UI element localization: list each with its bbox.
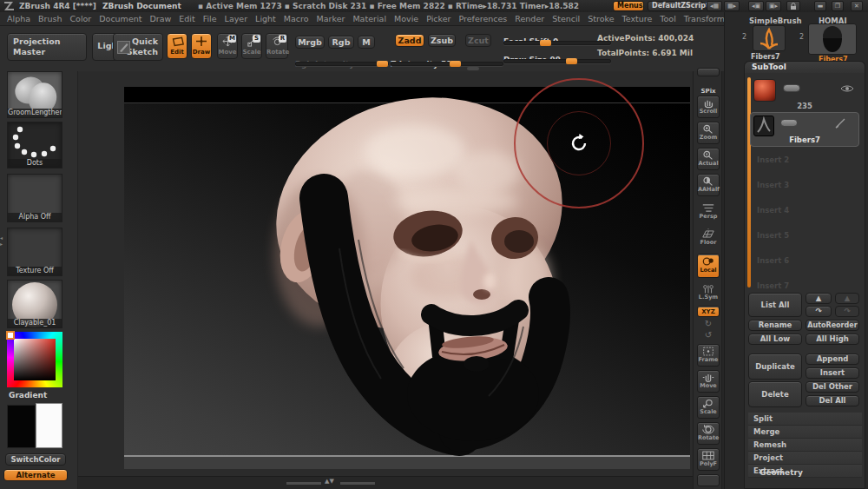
subtool-toggle-pill[interactable] — [783, 84, 800, 92]
lock-icon[interactable] — [786, 1, 800, 11]
store-config-left-icon[interactable]: ◂▣ — [748, 1, 764, 11]
menu-macro[interactable]: Macro — [284, 14, 309, 23]
aahalf-button[interactable]: AAHalf — [697, 174, 720, 196]
z-intensity-slider[interactable]: Z Intensity 51 — [391, 54, 503, 66]
saturation-value-square[interactable] — [14, 339, 56, 380]
canvas-area[interactable]: ▲▼ — [78, 71, 693, 489]
shelf-divider-handle[interactable] — [467, 67, 479, 70]
focal-shift-slider[interactable]: Focal Shift 0 — [503, 31, 611, 45]
persp-button[interactable]: Persp — [697, 202, 720, 224]
menu-document[interactable]: Document — [99, 14, 141, 23]
current-material-thumbnail[interactable]: Clayable_01 — [7, 280, 62, 328]
default-zscript-button[interactable]: DefaultZScript — [648, 1, 703, 11]
partial-top-button[interactable] — [697, 68, 720, 76]
scale-button[interactable]: S Scale — [241, 33, 262, 59]
polyf-button[interactable]: PolyF — [697, 448, 720, 471]
document[interactable] — [124, 87, 690, 469]
subtool-move-dim-button[interactable]: ↷ — [835, 306, 859, 317]
subtool-toggle-pill2[interactable] — [780, 119, 798, 127]
draw-button[interactable]: Draw — [191, 33, 212, 59]
menu-material[interactable]: Material — [352, 14, 386, 23]
main-color-swatch[interactable] — [7, 405, 36, 448]
menu-brush[interactable]: Brush — [38, 14, 62, 23]
move-button[interactable]: M Move — [217, 33, 238, 59]
left-tray-divider[interactable]: ◂▸ — [0, 235, 6, 247]
current-texture-thumbnail[interactable]: Texture Off — [7, 228, 62, 276]
insert-button[interactable]: Insert — [806, 367, 859, 379]
menu-stencil[interactable]: Stencil — [552, 14, 580, 23]
partial-bottom-button[interactable] — [697, 474, 720, 486]
projection-master-button[interactable]: Projection Master — [7, 33, 87, 61]
rotate-button[interactable]: R Rotate — [266, 33, 288, 59]
switch-color-button[interactable]: SwitchColor — [5, 453, 66, 466]
autoreorder-button[interactable]: AutoReorder — [806, 320, 859, 331]
gradient-label[interactable]: Gradient — [9, 391, 47, 400]
rgb-button[interactable]: Rgb — [328, 36, 354, 49]
project-section[interactable]: Project — [748, 452, 862, 465]
restore-icon[interactable]: ❐ — [832, 1, 844, 11]
quick-tool-thumbnail[interactable] — [808, 23, 857, 55]
zadd-button[interactable]: Zadd — [395, 34, 424, 47]
current-color-swatch[interactable] — [6, 331, 15, 340]
move-3d-button[interactable]: Move — [697, 370, 720, 393]
alternate-button[interactable]: Alternate — [3, 469, 68, 481]
menu-texture[interactable]: Texture — [622, 14, 653, 23]
eye-icon[interactable] — [840, 84, 854, 93]
menu-layer[interactable]: Layer — [225, 14, 248, 23]
list-all-button[interactable]: List All — [748, 293, 802, 317]
duplicate-button[interactable]: Duplicate — [748, 354, 802, 380]
zoom-button[interactable]: Zoom — [697, 122, 720, 144]
delete-button[interactable]: Delete — [748, 381, 802, 407]
zcut-button[interactable]: Zcut — [465, 34, 491, 47]
focal-shift-handle[interactable] — [540, 40, 551, 46]
del-all-button[interactable]: Del All — [806, 395, 859, 406]
m-button[interactable]: M — [358, 36, 375, 49]
menu-draw[interactable]: Draw — [149, 14, 171, 23]
all-high-button[interactable]: All High — [806, 334, 859, 345]
mrgb-button[interactable]: Mrgb — [295, 36, 325, 49]
rgb-intensity-slider[interactable]: Rgb Intensity — [295, 54, 389, 66]
scale-3d-button[interactable]: Scale — [697, 396, 720, 419]
draw-size-handle[interactable] — [566, 58, 577, 64]
rotate-cw-button[interactable]: ↻ — [697, 319, 720, 328]
menu-transform[interactable]: Transform — [684, 14, 725, 23]
local-button[interactable]: Local — [697, 254, 720, 278]
remesh-section[interactable]: Remesh — [748, 439, 862, 452]
store-config-right-icon[interactable]: ▣▸ — [766, 1, 781, 11]
minimize-icon[interactable]: ▬ — [814, 1, 826, 11]
all-low-button[interactable]: All Low — [748, 334, 802, 345]
current-stroke-thumbnail[interactable]: Dots — [7, 122, 62, 169]
subtool-up-button[interactable]: ▲ — [806, 293, 832, 304]
xyz-button[interactable]: XYZ — [697, 306, 720, 317]
quick-brush-thumbnail[interactable] — [753, 25, 786, 51]
menu-preferences[interactable]: Preferences — [458, 14, 507, 23]
menu-render[interactable]: Render — [515, 14, 544, 23]
floor-button[interactable]: Floor — [697, 228, 720, 250]
lsym-button[interactable]: L.Sym — [697, 283, 720, 304]
quick-sketch-button[interactable]: Quick Sketch — [113, 33, 163, 61]
menu-light[interactable]: Light — [255, 14, 276, 23]
ui-config-right-icon[interactable]: ▦▸ — [724, 1, 740, 11]
frame-button[interactable]: Frame — [697, 344, 720, 367]
subtool-item-head[interactable] — [753, 77, 863, 103]
rename-button[interactable]: Rename — [748, 320, 802, 331]
actual-button[interactable]: Actual — [697, 148, 720, 170]
menu-movie[interactable]: Movie — [394, 14, 418, 23]
menu-picker[interactable]: Picker — [426, 14, 450, 23]
draw-size-slider[interactable]: Draw Size 99 — [503, 50, 611, 63]
menus-button[interactable]: Menus — [613, 1, 644, 11]
menu-stroke[interactable]: Stroke — [588, 14, 614, 23]
secondary-color-swatch[interactable] — [36, 403, 62, 448]
menu-color[interactable]: Color — [69, 14, 91, 23]
menu-alpha[interactable]: Alpha — [7, 14, 30, 23]
bottom-tray-divider[interactable]: ▲▼ — [78, 476, 693, 489]
subtool-up-dim-button[interactable]: ▲ — [835, 293, 859, 304]
rotate-ccw-button[interactable]: ↺ — [697, 330, 720, 340]
rgb-intensity-handle[interactable] — [377, 61, 388, 67]
zsub-button[interactable]: Zsub — [428, 34, 456, 47]
menu-marker[interactable]: Marker — [317, 14, 345, 23]
del-other-button[interactable]: Del Other — [806, 381, 859, 393]
edit-button[interactable]: Edit — [167, 33, 187, 59]
menu-file[interactable]: File — [203, 14, 217, 23]
rotate-3d-button[interactable]: Rotate — [697, 422, 720, 445]
